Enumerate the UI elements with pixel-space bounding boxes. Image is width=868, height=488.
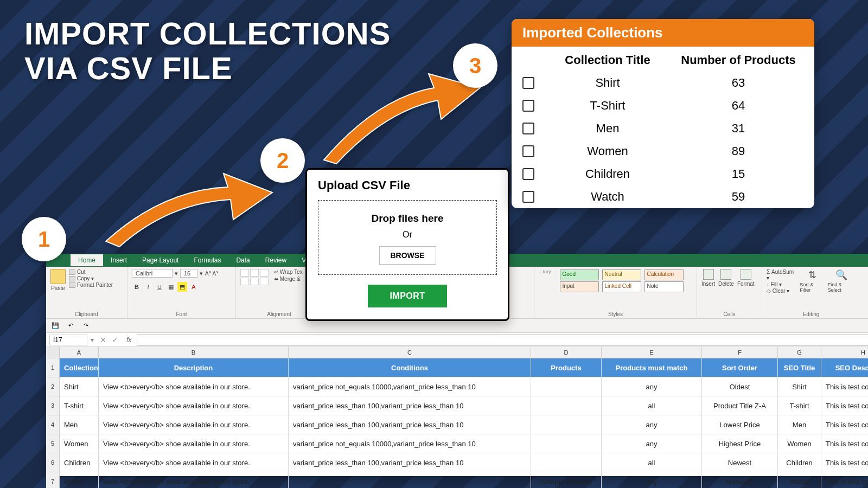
cell[interactable]: This is test collection [821,472,868,488]
cell[interactable]: Highest Price [702,434,778,453]
table-row[interactable]: WatchView <b>every</b> shoe available in… [60,472,868,488]
row-header[interactable]: 4 [46,415,60,434]
tab-review[interactable]: Review [258,254,294,266]
cell[interactable] [531,415,602,434]
table-row[interactable]: T-shirtView <b>every</b> shoe available … [60,396,868,415]
cell[interactable]: variant_price less_than 100,variant_pric… [289,415,531,434]
col-header[interactable]: H [821,347,868,358]
font-color-button[interactable]: A [189,282,199,292]
cell[interactable]: This is test collection [821,396,868,415]
sort-filter-button[interactable]: ⇅Sort & Filter [800,269,824,293]
col-header[interactable]: B [99,347,289,358]
spreadsheet-grid[interactable]: 1 2 3 4 5 6 7 A B C D E F G H Collection… [46,347,868,488]
border-button[interactable]: ▦ [166,282,176,292]
cell[interactable]: Antique-drawers [531,472,602,488]
style-note[interactable]: Note [644,281,684,292]
italic-button[interactable]: I [143,282,153,292]
cell[interactable]: Women [60,434,99,453]
format-cells-button[interactable]: Format [737,269,755,287]
cell[interactable]: all [602,453,702,472]
cell[interactable]: variant_price less_than 100,variant_pric… [289,396,531,415]
row-header[interactable]: 2 [46,377,60,396]
cell[interactable]: View <b>every</b> shoe available in our … [99,377,289,396]
cell[interactable]: Men [60,415,99,434]
checkbox[interactable] [522,123,534,134]
font-name-select[interactable]: Calibri [132,269,173,278]
tab-home[interactable]: Home [71,254,103,266]
style-neutral[interactable]: Neutral [602,269,641,280]
cell[interactable]: Watch [778,472,821,488]
cell[interactable]: Lowest Price [702,415,778,434]
col-header[interactable]: F [702,347,778,358]
wrap-text-button[interactable]: ↵ Wrap Tex [274,269,303,275]
style-input[interactable]: Input [560,281,599,292]
cell[interactable]: This is test collection [821,415,868,434]
cell[interactable]: T-shirt [60,396,99,415]
delete-cells-button[interactable]: Delete [718,269,734,287]
table-row[interactable]: ChildrenView <b>every</b> shoe available… [60,453,868,472]
cell[interactable] [531,396,602,415]
cell[interactable] [289,472,531,488]
row-header[interactable]: 6 [46,453,60,472]
save-icon[interactable]: 💾 [50,321,60,331]
undo-icon[interactable]: ↶ [66,321,75,331]
cut-button[interactable]: Cut [69,269,113,275]
cell[interactable] [531,377,602,396]
cell[interactable]: View <b>every</b> shoe available in our … [99,472,289,488]
fill-color-button[interactable]: ⬒ [177,282,187,292]
find-select-button[interactable]: 🔍Find & Select [828,269,856,293]
col-header[interactable]: C [289,347,531,358]
cell[interactable]: This is test collection [821,434,868,453]
import-button[interactable]: IMPORT [368,285,446,307]
cell[interactable]: Women [778,434,821,453]
table-row[interactable]: WomenView <b>every</b> shoe available in… [60,434,868,453]
redo-icon[interactable]: ↷ [81,321,91,331]
format-painter-button[interactable]: Format Painter [69,282,113,288]
name-box[interactable]: I17 [49,335,87,345]
table-row[interactable]: ShirtView <b>every</b> shoe available in… [60,377,868,396]
cell[interactable]: T-shirt [778,396,821,415]
merge-button[interactable]: ⬌ Merge & [274,276,303,282]
tab-page-layout[interactable]: Page Layout [135,254,186,266]
tab-data[interactable]: Data [228,254,257,266]
cell[interactable]: any [602,472,702,488]
cell[interactable]: all [602,396,702,415]
col-header[interactable]: E [602,347,702,358]
cell[interactable]: View <b>every</b> shoe available in our … [99,453,289,472]
formula-input[interactable] [137,334,868,346]
checkbox[interactable] [522,191,534,203]
tab-insert[interactable]: Insert [103,254,135,266]
clear-button[interactable]: ◇ Clear ▾ [767,288,796,294]
checkbox[interactable] [522,168,534,180]
cell[interactable]: View <b>every</b> shoe available in our … [99,415,289,434]
cell[interactable]: This is test collection [821,453,868,472]
cell[interactable]: Children [60,453,99,472]
browse-button[interactable]: BROWSE [379,246,436,265]
row-header[interactable]: 1 [46,358,60,377]
cell[interactable]: any [602,415,702,434]
cell[interactable]: Shirt [778,377,821,396]
row-header[interactable]: 3 [46,396,60,415]
cell[interactable]: Oldest [702,377,778,396]
cell[interactable]: This is test collection [821,377,868,396]
style-good[interactable]: Good [560,269,599,280]
cell[interactable]: Shirt [60,377,99,396]
tab-formulas[interactable]: Formulas [186,254,228,266]
style-linked[interactable]: Linked Cell [602,281,641,292]
select-all-corner[interactable] [46,347,60,358]
checkbox[interactable] [522,77,534,89]
cell[interactable]: Children [778,453,821,472]
cell[interactable]: variant_price not_equals 10000,variant_p… [289,434,531,453]
cell[interactable]: Manually [702,472,778,488]
file-dropzone[interactable]: Drop files here Or BROWSE [318,200,497,275]
checkbox[interactable] [522,145,534,157]
row-header[interactable]: 5 [46,434,60,453]
cell[interactable]: variant_price less_than 100,variant_pric… [289,453,531,472]
autosum-button[interactable]: Σ AutoSum ▾ [767,269,796,281]
col-header[interactable]: A [60,347,99,358]
checkbox[interactable] [522,100,534,112]
cell[interactable]: Product Title Z-A [702,396,778,415]
paste-button[interactable]: Paste [50,269,66,291]
cell[interactable]: variant_price not_equals 10000,variant_p… [289,377,531,396]
row-header[interactable]: 7 [46,472,60,488]
